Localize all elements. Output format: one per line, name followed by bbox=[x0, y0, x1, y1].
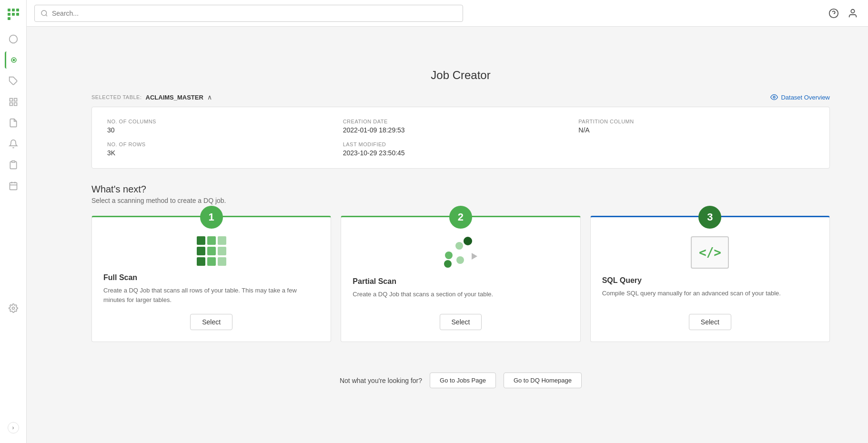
search-input[interactable] bbox=[52, 10, 457, 17]
method-cards: 1 Full Scan Create a DQ Job bbox=[91, 216, 830, 342]
svg-rect-1 bbox=[12, 9, 15, 11]
svg-rect-3 bbox=[8, 13, 10, 16]
method-title-2: Partial Scan bbox=[353, 277, 396, 286]
svg-point-28 bbox=[464, 237, 472, 245]
svg-rect-16 bbox=[10, 182, 17, 190]
method-desc-3: Compile SQL query manually for an advanc… bbox=[602, 289, 781, 304]
sidebar-item-clipboard[interactable] bbox=[5, 156, 22, 173]
svg-point-27 bbox=[455, 242, 463, 250]
go-to-jobs-button[interactable]: Go to Jobs Page bbox=[430, 373, 496, 388]
stat-partition: PARTITION COLUMN N/A bbox=[578, 119, 814, 134]
select-button-2[interactable]: Select bbox=[440, 314, 482, 330]
svg-point-9 bbox=[13, 59, 14, 60]
method-card-partial-scan: 2 Partial Scan Create a DQ Job that scan… bbox=[341, 216, 580, 342]
svg-point-7 bbox=[9, 35, 17, 43]
sidebar-item-document[interactable] bbox=[5, 114, 22, 131]
stats-card: NO. OF COLUMNS 30 CREATION DATE 2022-01-… bbox=[91, 107, 830, 169]
step-badge-3: 3 bbox=[698, 206, 721, 229]
method-title-3: SQL Query bbox=[602, 276, 642, 285]
dataset-overview-link[interactable]: Dataset Overview bbox=[770, 93, 830, 101]
step-badge-2: 2 bbox=[449, 206, 472, 229]
svg-rect-2 bbox=[16, 9, 19, 11]
sidebar-item-calendar[interactable] bbox=[5, 177, 22, 194]
topbar-actions bbox=[826, 6, 860, 21]
main-content: Job Creator SELECTED TABLE: ACLAIMS_MAST… bbox=[53, 53, 868, 443]
svg-point-29 bbox=[444, 260, 452, 268]
selected-table-label: SELECTED TABLE: bbox=[91, 94, 142, 100]
method-card-sql: 3 </> SQL Query Compile SQL query manual… bbox=[590, 216, 830, 342]
method-desc-2: Create a DQ Job that scans a section of … bbox=[353, 290, 493, 304]
svg-point-24 bbox=[851, 9, 854, 12]
svg-rect-5 bbox=[16, 13, 19, 16]
svg-rect-4 bbox=[12, 13, 15, 16]
chevron-up-icon[interactable]: ∧ bbox=[207, 93, 212, 101]
stat-rows: NO. OF ROWS 3K bbox=[107, 141, 343, 157]
whats-next-subtitle: Select a scanning method to create a DQ … bbox=[91, 197, 830, 204]
svg-point-20 bbox=[12, 307, 14, 310]
sidebar-item-catalog[interactable] bbox=[5, 51, 22, 69]
svg-rect-12 bbox=[14, 99, 17, 101]
app-logo[interactable] bbox=[5, 6, 22, 23]
sidebar-item-notifications[interactable] bbox=[5, 135, 22, 152]
method-card-full-scan: 1 Full Scan Create a DQ Job bbox=[91, 216, 331, 342]
svg-rect-14 bbox=[14, 103, 17, 106]
page-title: Job Creator bbox=[91, 69, 830, 82]
svg-rect-6 bbox=[8, 17, 10, 20]
svg-point-30 bbox=[456, 256, 464, 264]
search-bar[interactable] bbox=[34, 5, 463, 22]
svg-point-25 bbox=[773, 96, 775, 98]
go-to-dq-homepage-button[interactable]: Go to DQ Homepage bbox=[504, 373, 582, 388]
sidebar-item-tags[interactable] bbox=[5, 72, 22, 90]
stat-modified: LAST MODIFIED 2023-10-29 23:50:45 bbox=[343, 141, 579, 157]
sidebar-item-grid[interactable] bbox=[5, 93, 22, 111]
sidebar: › bbox=[0, 0, 27, 443]
stat-creation: CREATION DATE 2022-01-09 18:29:53 bbox=[343, 119, 579, 134]
sidebar-item-home[interactable] bbox=[5, 30, 22, 48]
whats-next-section: What's next? Select a scanning method to… bbox=[91, 184, 830, 342]
select-button-3[interactable]: Select bbox=[689, 314, 731, 330]
svg-rect-11 bbox=[10, 99, 12, 101]
select-button-1[interactable]: Select bbox=[190, 314, 232, 330]
page-footer: Not what you're looking for? Go to Jobs … bbox=[91, 365, 830, 396]
stat-columns: NO. OF COLUMNS 30 bbox=[107, 119, 343, 134]
method-desc-1: Create a DQ Job that scans all rows of y… bbox=[103, 286, 319, 304]
table-info-bar: SELECTED TABLE: ACLAIMS_MASTER ∧ Dataset… bbox=[91, 93, 830, 101]
search-icon bbox=[40, 10, 48, 17]
whats-next-title: What's next? bbox=[91, 184, 830, 195]
step-badge-1: 1 bbox=[200, 206, 223, 229]
sidebar-toggle[interactable]: › bbox=[8, 422, 19, 433]
svg-text:</>: </> bbox=[699, 245, 721, 260]
svg-point-26 bbox=[445, 252, 453, 259]
svg-rect-15 bbox=[11, 161, 15, 162]
method-title-1: Full Scan bbox=[103, 273, 137, 282]
svg-rect-0 bbox=[8, 9, 10, 11]
svg-point-21 bbox=[41, 10, 47, 16]
selected-table-name: ACLAIMS_MASTER bbox=[146, 94, 203, 101]
svg-marker-31 bbox=[472, 253, 477, 260]
eye-icon bbox=[770, 93, 778, 101]
user-icon[interactable] bbox=[845, 6, 860, 21]
footer-question: Not what you're looking for? bbox=[340, 377, 422, 384]
sidebar-item-settings[interactable] bbox=[5, 300, 22, 317]
svg-rect-13 bbox=[10, 103, 12, 106]
topbar bbox=[27, 0, 868, 27]
help-icon[interactable] bbox=[826, 6, 841, 21]
